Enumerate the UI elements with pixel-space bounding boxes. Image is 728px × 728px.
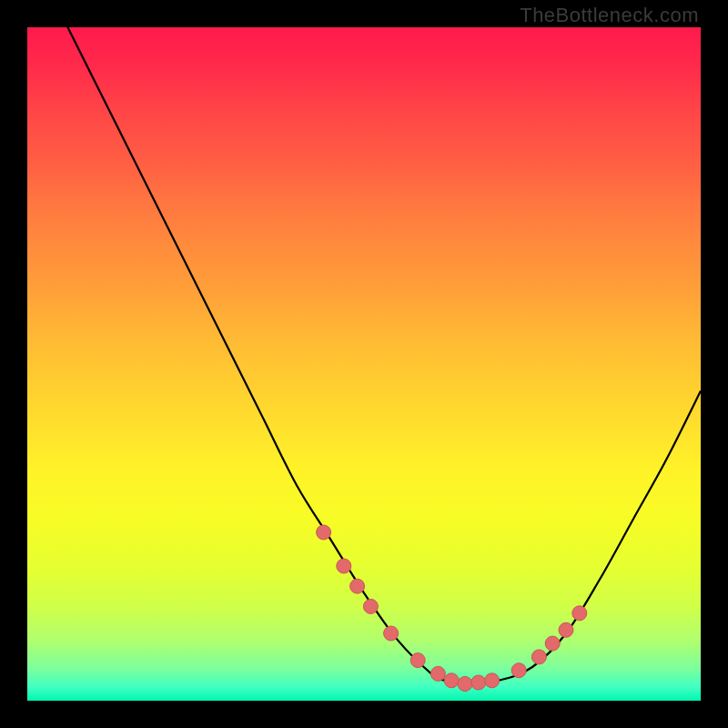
marker-point bbox=[485, 673, 500, 688]
marker-point bbox=[572, 606, 587, 621]
marker-point bbox=[458, 677, 472, 692]
marker-point bbox=[511, 663, 526, 678]
bottleneck-curve-path bbox=[27, 0, 701, 683]
marker-group bbox=[317, 525, 587, 692]
chart-frame: TheBottleneck.com bbox=[0, 0, 728, 728]
marker-point bbox=[337, 559, 351, 573]
marker-point bbox=[410, 653, 425, 668]
marker-point bbox=[545, 636, 560, 651]
marker-point bbox=[531, 650, 546, 664]
marker-point bbox=[471, 675, 486, 690]
marker-point bbox=[430, 666, 445, 681]
chart-svg bbox=[27, 27, 701, 701]
marker-point bbox=[444, 673, 459, 688]
marker-point bbox=[363, 599, 378, 613]
watermark-text: TheBottleneck.com bbox=[520, 4, 699, 27]
marker-point bbox=[317, 525, 331, 540]
marker-point bbox=[350, 579, 365, 593]
marker-point bbox=[559, 622, 573, 637]
marker-point bbox=[384, 626, 399, 641]
